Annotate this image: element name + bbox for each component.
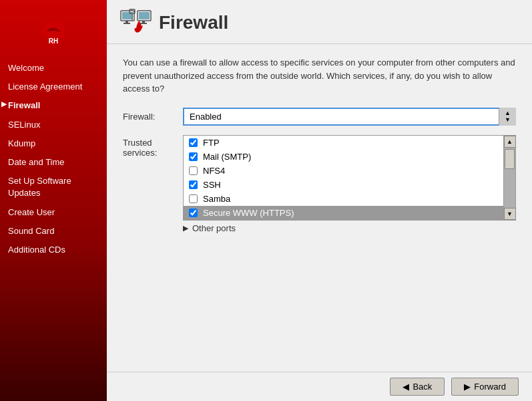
service-item-nfs4[interactable]: NFS4 [184,164,503,178]
sidebar-item-selinux[interactable]: SELinux [0,116,107,134]
page-title: Firewall [159,12,228,33]
sidebar-item-welcome[interactable]: Welcome [0,59,107,78]
sidebar-item-kdump[interactable]: Kdump [0,134,107,153]
service-item-smtp[interactable]: Mail (SMTP) [184,150,503,164]
service-label-nfs4: NFS4 [203,166,225,176]
back-button[interactable]: ◀ Back [390,378,445,396]
forward-button[interactable]: ▶ Forward [451,378,519,396]
firewall-icon [120,8,152,35]
main-content: Firewall You can use a firewall to allow… [107,0,532,401]
sidebar-item-createuser[interactable]: Create User [0,203,107,222]
service-checkbox-samba[interactable] [189,194,198,203]
service-checkbox-https[interactable] [189,209,198,217]
service-item-https[interactable]: Secure WWW (HTTPS) [184,206,503,220]
other-ports-arrow-icon: ▶ [183,224,188,233]
forward-label: Forward [474,382,506,392]
svg-rect-12 [142,21,145,23]
scroll-track [504,148,515,208]
back-label: Back [413,382,432,392]
svg-rect-7 [123,23,130,24]
firewall-label: Firewall: [123,112,183,122]
svg-rect-11 [139,12,150,19]
service-checkbox-smtp[interactable] [189,152,198,161]
back-icon: ◀ [403,382,409,392]
page-header: Firewall [107,0,532,44]
sidebar-nav: WelcomeLicense AgreementFirewallSELinuxK… [0,59,107,259]
service-label-samba: Samba [203,194,230,204]
scroll-up-button[interactable]: ▲ [504,136,516,148]
service-label-ssh: SSH [203,180,221,190]
services-scrollbar: ▲ ▼ [503,136,515,220]
redhat-logo: RH [37,12,70,45]
logo-area: RH [0,5,107,59]
sidebar: RH WelcomeLicense AgreementFirewallSELin… [0,0,107,401]
service-label-https: Secure WWW (HTTPS) [203,208,294,218]
service-item-samba[interactable]: Samba [184,192,503,206]
sidebar-item-firewall[interactable]: Firewall [0,96,107,115]
service-checkbox-ftp[interactable] [189,138,198,147]
sidebar-item-soundcard[interactable]: Sound Card [0,222,107,241]
scroll-down-button[interactable]: ▼ [504,208,516,220]
sidebar-item-software[interactable]: Set Up Software Updates [0,172,107,203]
service-label-ftp: FTP [203,138,220,148]
sidebar-item-license[interactable]: License Agreement [0,78,107,96]
service-item-ftp[interactable]: FTP [184,136,503,150]
service-checkbox-ssh[interactable] [189,180,198,189]
sidebar-item-datetime[interactable]: Date and Time [0,153,107,172]
svg-rect-6 [125,21,128,23]
firewall-row: Firewall: Enabled Disabled [123,108,516,126]
other-ports-row[interactable]: ▶ Other ports [183,221,516,236]
svg-rect-13 [140,23,147,24]
trusted-label: Trusted services: [123,135,183,158]
service-checkbox-nfs4[interactable] [189,166,198,175]
bottom-bar: ◀ Back ▶ Forward [107,372,532,401]
trusted-services-row: Trusted services: FTPMail (SMTP)NFS4SSHS… [123,135,516,236]
firewall-select[interactable]: Enabled Disabled [183,108,516,126]
other-ports-label: Other ports [192,223,236,233]
description-text: You can use a firewall to allow access t… [123,56,516,96]
services-container: FTPMail (SMTP)NFS4SSHSambaSecure WWW (HT… [183,135,516,221]
page-header-icon [120,8,152,37]
service-label-smtp: Mail (SMTP) [203,152,251,162]
firewall-select-wrap: Enabled Disabled [183,108,516,126]
sidebar-item-additionalcds[interactable]: Additional CDs [0,241,107,259]
content-area: You can use a firewall to allow access t… [107,44,532,401]
services-list: FTPMail (SMTP)NFS4SSHSambaSecure WWW (HT… [184,136,503,220]
service-item-ssh[interactable]: SSH [184,178,503,192]
scroll-thumb[interactable] [505,149,515,169]
svg-text:RH: RH [49,37,58,45]
forward-icon: ▶ [464,382,471,392]
